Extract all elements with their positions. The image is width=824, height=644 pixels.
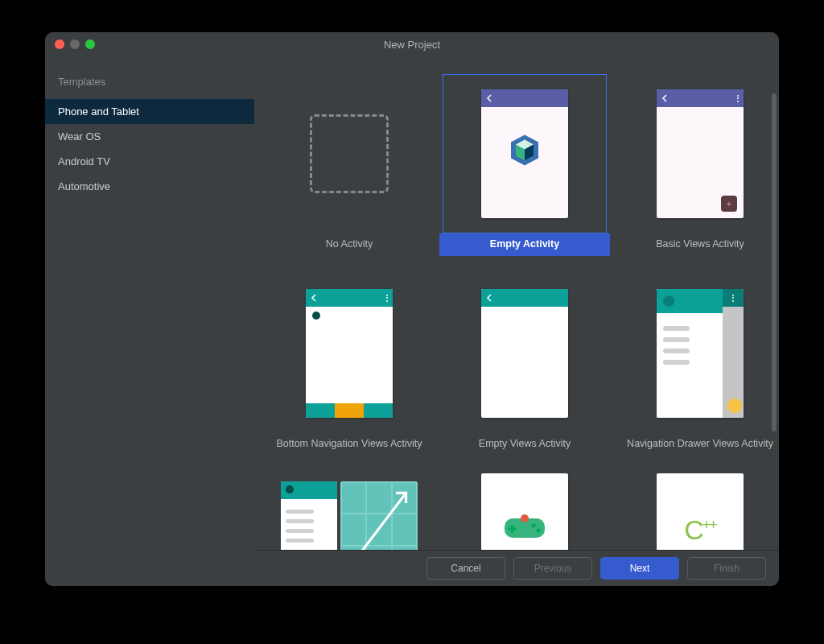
sidebar-item-android-tv[interactable]: Android TV	[45, 149, 254, 174]
svg-point-7	[532, 524, 536, 528]
button-label: Previous	[534, 563, 572, 574]
sidebar-item-label: Phone and Tablet	[58, 105, 139, 118]
back-arrow-icon	[486, 94, 494, 102]
traffic-lights	[45, 39, 95, 49]
template-tile-basic-views-activity[interactable]: Basic Views Activity	[615, 74, 779, 256]
footer: Cancel Previous Next Finish	[254, 550, 779, 586]
template-label: Empty Activity	[439, 233, 610, 256]
no-activity-icon	[310, 114, 389, 193]
titlebar: New Project	[45, 32, 779, 56]
fab-icon	[721, 196, 737, 212]
template-tile-navigation-drawer-views-activity[interactable]: Navigation Drawer Views Activity	[615, 274, 779, 456]
overflow-menu-icon	[386, 295, 388, 302]
svg-point-8	[537, 529, 541, 533]
appbar-purple	[481, 89, 568, 107]
svg-line-4	[352, 493, 406, 550]
window-title: New Project	[45, 39, 779, 51]
template-tile-no-activity[interactable]: No Activity	[264, 74, 435, 256]
appbar-teal	[481, 289, 568, 307]
avatar-dot-icon	[312, 312, 320, 320]
template-tile-empty-views-activity[interactable]: Empty Views Activity	[439, 274, 610, 456]
minimize-window-button[interactable]	[70, 39, 80, 49]
finish-button[interactable]: Finish	[687, 557, 766, 580]
back-arrow-icon	[661, 94, 670, 102]
compose-logo-icon	[506, 131, 543, 168]
appbar-teal	[306, 289, 393, 307]
button-label: Next	[630, 563, 650, 574]
sidebar-item-label: Automotive	[58, 180, 110, 192]
cancel-button[interactable]: Cancel	[426, 557, 505, 580]
template-tile-native-cpp[interactable]: C++	[615, 473, 779, 550]
next-button[interactable]: Next	[600, 557, 679, 580]
sidebar: Templates Phone and Tablet Wear OS Andro…	[45, 56, 254, 586]
appbar-purple	[657, 89, 744, 107]
close-window-button[interactable]	[55, 39, 64, 49]
template-tile-game-activity[interactable]	[439, 473, 610, 550]
template-gallery: No Activity	[254, 56, 779, 550]
back-arrow-icon	[311, 294, 319, 302]
back-arrow-icon	[486, 294, 494, 302]
previous-button[interactable]: Previous	[513, 557, 592, 580]
cpp-logo-icon: C++	[684, 514, 716, 546]
svg-point-9	[521, 514, 529, 522]
button-label: Finish	[714, 563, 740, 574]
fab-yellow-icon	[727, 398, 742, 413]
sidebar-item-automotive[interactable]: Automotive	[45, 174, 254, 199]
bottom-nav-bar	[306, 403, 393, 418]
sidebar-item-label: Wear OS	[58, 130, 101, 142]
template-label: Navigation Drawer Views Activity	[615, 433, 779, 456]
template-label: Empty Views Activity	[439, 433, 610, 456]
zoom-window-button[interactable]	[85, 39, 95, 49]
template-label: Bottom Navigation Views Activity	[264, 433, 435, 456]
template-tile-empty-activity[interactable]: Empty Activity	[439, 74, 610, 256]
svg-rect-6	[509, 528, 517, 530]
template-label: Basic Views Activity	[615, 233, 779, 256]
gamepad-icon	[503, 514, 546, 546]
scrollbar[interactable]	[772, 93, 777, 431]
expand-arrow-icon	[345, 486, 413, 550]
template-tile-responsive-views-activity[interactable]	[264, 473, 435, 550]
template-label: No Activity	[264, 233, 435, 256]
template-tile-bottom-navigation-views-activity[interactable]: Bottom Navigation Views Activity	[264, 274, 435, 456]
button-label: Cancel	[451, 563, 480, 574]
avatar-dot-icon	[663, 295, 674, 307]
sidebar-item-phone-and-tablet[interactable]: Phone and Tablet	[45, 99, 254, 124]
overflow-menu-icon	[737, 95, 739, 102]
new-project-dialog: New Project Templates Phone and Tablet W…	[45, 32, 779, 586]
sidebar-heading: Templates	[45, 71, 254, 99]
sidebar-item-wear-os[interactable]: Wear OS	[45, 124, 254, 149]
sidebar-item-label: Android TV	[58, 155, 110, 167]
